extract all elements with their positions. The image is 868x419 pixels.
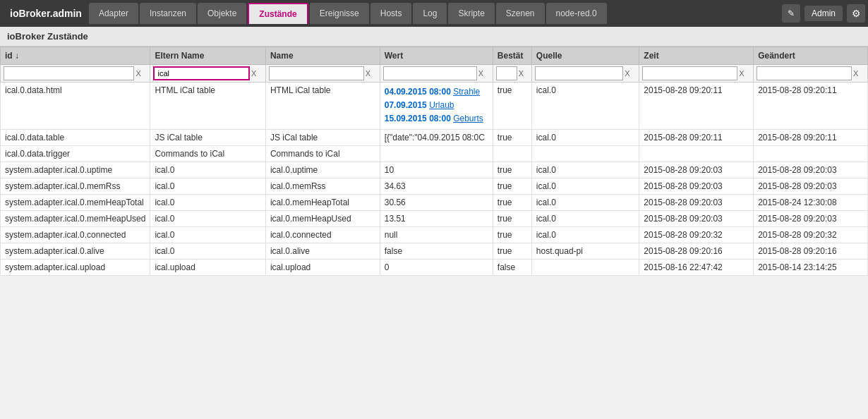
filter-input-quelle[interactable]	[535, 66, 623, 80]
col-header-quelle[interactable]: Quelle	[531, 47, 639, 65]
brand-logo: ioBroker.admin	[3, 8, 89, 19]
table-cell: ical.0	[150, 243, 265, 259]
table-cell: 2015-08-28 09:20:11	[754, 129, 868, 145]
page-title: ioBroker Zustände	[0, 27, 868, 47]
table-cell: true	[493, 83, 531, 130]
table-row: system.adapter.ical.0.memHeapTotalical.0…	[1, 194, 868, 210]
table-cell: true	[493, 194, 531, 210]
filter-cell-eltern-name: X	[150, 65, 265, 83]
table-cell: ical.0.connected	[265, 226, 380, 243]
table-cell: 2015-08-24 12:30:08	[754, 194, 868, 210]
tab-node-red[interactable]: node-red.0	[546, 3, 607, 24]
table-cell: 2015-08-28 09:20:03	[754, 178, 868, 194]
tab-instanzen[interactable]: Instanzen	[140, 3, 196, 24]
data-table: id ↓ Eltern Name Name Wert Bestät Quelle…	[0, 47, 868, 276]
table-cell-wert: false	[380, 243, 493, 259]
table-cell: ical.0	[150, 226, 265, 243]
table-cell: true	[493, 243, 531, 259]
col-header-id[interactable]: id ↓	[1, 47, 150, 65]
table-cell: ical.0.uptime	[265, 162, 380, 178]
tab-zustaende[interactable]: Zustände	[248, 3, 308, 24]
tab-adapter[interactable]: Adapter	[89, 3, 138, 24]
table-cell-wert: [{"date":"04.09.2015 08:0C	[380, 129, 493, 145]
table-cell: Commands to iCal	[265, 145, 380, 162]
filter-input-bestat[interactable]	[496, 66, 517, 80]
clear-filter-eltern-name[interactable]: X	[250, 69, 258, 78]
filter-input-zeit[interactable]	[642, 66, 737, 80]
table-cell-wert: null	[380, 226, 493, 243]
clear-filter-bestat[interactable]: X	[517, 69, 525, 78]
tab-log[interactable]: Log	[413, 3, 447, 24]
clear-filter-zeit[interactable]: X	[737, 69, 745, 78]
table-row: system.adapter.ical.uploadical.uploadica…	[1, 259, 868, 275]
settings-button[interactable]: ⚙	[847, 4, 865, 23]
table-cell	[531, 259, 639, 275]
tab-ereignisse[interactable]: Ereignisse	[310, 3, 369, 24]
table-cell: Commands to iCal	[150, 145, 265, 162]
table-cell	[493, 145, 531, 162]
table-cell-wert: 13.51	[380, 210, 493, 226]
table-cell: ical.0	[531, 178, 639, 194]
col-header-geandert[interactable]: Geändert	[754, 47, 868, 65]
table-cell: 2015-08-28 09:20:03	[639, 162, 754, 178]
table-cell: system.adapter.ical.0.alive	[1, 243, 150, 259]
tab-objekte[interactable]: Objekte	[198, 3, 246, 24]
col-header-bestat[interactable]: Bestät	[493, 47, 531, 65]
table-cell: ical.0.memHeapTotal	[265, 194, 380, 210]
table-cell: ical.0.memHeapUsed	[265, 210, 380, 226]
filter-cell-bestat: X	[493, 65, 531, 83]
col-header-name[interactable]: Name	[265, 47, 380, 65]
filter-input-wert[interactable]	[383, 66, 477, 80]
table-cell: system.adapter.ical.0.memHeapUsed	[1, 210, 150, 226]
tab-skripte[interactable]: Skripte	[448, 3, 494, 24]
table-cell: ical.0.memRss	[265, 178, 380, 194]
filter-input-name[interactable]	[269, 66, 364, 80]
table-cell: ical.0	[531, 210, 639, 226]
table-cell: 2015-08-28 09:20:16	[639, 243, 754, 259]
table-cell: false	[493, 259, 531, 275]
col-header-zeit[interactable]: Zeit	[639, 47, 754, 65]
filter-input-id[interactable]	[4, 66, 134, 80]
tab-hosts[interactable]: Hosts	[370, 3, 412, 24]
table-cell: JS iCal table	[150, 129, 265, 145]
table-cell-wert: 10	[380, 162, 493, 178]
table-row: ical.0.data.tableJS iCal tableJS iCal ta…	[1, 129, 868, 145]
filter-cell-quelle: X	[531, 65, 639, 83]
tab-szenen[interactable]: Szenen	[496, 3, 545, 24]
clear-filter-geandert[interactable]: X	[852, 69, 860, 78]
table-cell-wert: 34.63	[380, 178, 493, 194]
table-cell: ical.0	[150, 178, 265, 194]
filter-row: X X X	[1, 65, 868, 83]
filter-cell-name: X	[265, 65, 380, 83]
admin-button[interactable]: Admin	[804, 6, 843, 21]
table-cell: true	[493, 210, 531, 226]
table-cell: ical.upload	[150, 259, 265, 275]
table-cell: 2015-08-28 09:20:32	[639, 226, 754, 243]
filter-input-eltern-name[interactable]	[153, 66, 249, 80]
table-cell-wert: 04.09.2015 08:00 Strahle07.09.2015 Urlau…	[380, 83, 493, 130]
table-row: system.adapter.ical.0.connectedical.0ica…	[1, 226, 868, 243]
table-cell: ical.upload	[265, 259, 380, 275]
table-cell: ical.0	[531, 162, 639, 178]
col-header-wert[interactable]: Wert	[380, 47, 493, 65]
clear-filter-quelle[interactable]: X	[623, 69, 631, 78]
clear-filter-name[interactable]: X	[364, 69, 372, 78]
clear-filter-id[interactable]: X	[134, 69, 142, 78]
col-header-eltern-name[interactable]: Eltern Name	[150, 47, 265, 65]
nav-right-controls: ✎ Admin ⚙	[782, 4, 865, 23]
edit-button[interactable]: ✎	[782, 4, 800, 23]
table-cell	[531, 145, 639, 162]
filter-cell-zeit: X	[639, 65, 754, 83]
table-cell: ical.0	[531, 129, 639, 145]
table-cell: system.adapter.ical.upload	[1, 259, 150, 275]
table-cell-wert: 0	[380, 259, 493, 275]
table-cell: 2015-08-14 23:14:25	[754, 259, 868, 275]
table-cell: system.adapter.ical.0.memRss	[1, 178, 150, 194]
table-row: ical.0.data.htmlHTML iCal tableHTML iCal…	[1, 83, 868, 130]
table-cell: ical.0	[150, 194, 265, 210]
table-cell: HTML iCal table	[150, 83, 265, 130]
table-cell: 2015-08-28 09:20:03	[639, 210, 754, 226]
table-cell: system.adapter.ical.0.uptime	[1, 162, 150, 178]
clear-filter-wert[interactable]: X	[477, 69, 485, 78]
filter-input-geandert[interactable]	[757, 66, 852, 80]
